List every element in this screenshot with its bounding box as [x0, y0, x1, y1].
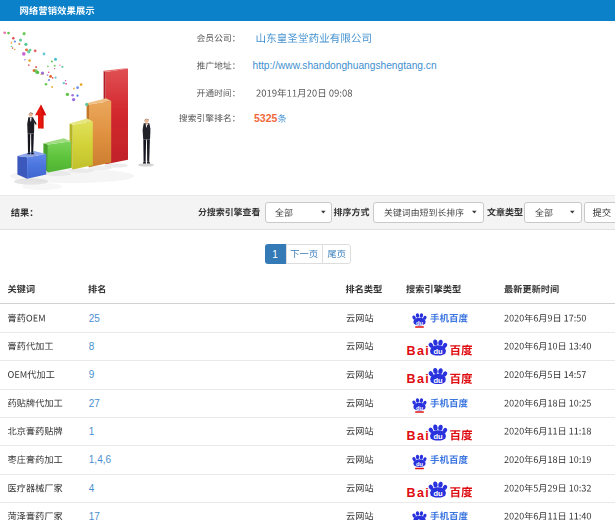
- svg-text:http://www.shandonghuangshengt: http://www.shandonghuangshengtang.cn: [253, 60, 437, 71]
- svg-text:17: 17: [89, 511, 101, 520]
- svg-text:Bai: Bai: [407, 486, 431, 500]
- svg-text:Bai: Bai: [407, 344, 431, 358]
- svg-text:du: du: [416, 320, 424, 326]
- svg-text:Bai: Bai: [407, 429, 431, 443]
- svg-text:du: du: [433, 489, 443, 498]
- svg-text:1,4,6: 1,4,6: [89, 454, 112, 465]
- svg-text:9: 9: [89, 369, 95, 380]
- svg-text:du: du: [433, 432, 443, 441]
- svg-text:Bai: Bai: [407, 372, 431, 386]
- svg-text:du: du: [433, 376, 443, 385]
- svg-text:1: 1: [89, 426, 95, 437]
- svg-text:27: 27: [89, 398, 101, 409]
- svg-text:25: 25: [89, 313, 101, 324]
- svg-text:du: du: [416, 461, 424, 467]
- svg-text:8: 8: [89, 341, 95, 352]
- svg-text:5325: 5325: [254, 112, 278, 124]
- svg-text:4: 4: [89, 483, 95, 494]
- svg-text:du: du: [433, 347, 443, 356]
- svg-text:du: du: [416, 405, 424, 411]
- svg-text:1: 1: [272, 249, 278, 260]
